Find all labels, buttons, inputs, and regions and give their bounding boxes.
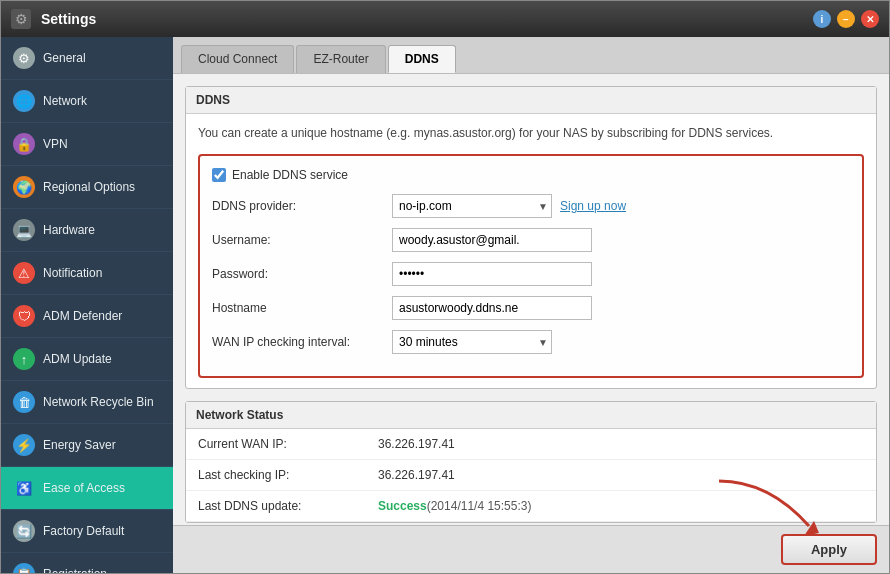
close-button[interactable]: ✕ [861, 10, 879, 28]
sidebar-label-adm-update: ADM Update [43, 352, 112, 366]
provider-select[interactable]: no-ip.com dyndns.org freedns.org [392, 194, 552, 218]
hostname-input[interactable] [392, 296, 592, 320]
sidebar-label-energy: Energy Saver [43, 438, 116, 452]
username-control [392, 228, 592, 252]
arrow-decoration [709, 471, 829, 541]
wan-interval-label: WAN IP checking interval: [212, 335, 392, 349]
notification-icon: ⚠ [13, 262, 35, 284]
sidebar-item-general[interactable]: ⚙ General [1, 37, 173, 80]
password-row: Password: [212, 262, 850, 286]
ddns-section: DDNS You can create a unique hostname (e… [185, 86, 877, 389]
sidebar-label-regional: Regional Options [43, 180, 135, 194]
network-status-title: Network Status [186, 402, 876, 429]
titlebar: ⚙ Settings i − ✕ [1, 1, 889, 37]
sidebar-label-notification: Notification [43, 266, 102, 280]
current-wan-row: Current WAN IP: 36.226.197.41 [186, 429, 876, 460]
last-checking-label: Last checking IP: [198, 468, 378, 482]
sidebar-label-vpn: VPN [43, 137, 68, 151]
last-ddns-label: Last DDNS update: [198, 499, 378, 513]
tabs-bar: Cloud Connect EZ-Router DDNS [173, 37, 889, 74]
ddns-form-box: Enable DDNS service DDNS provider: no-ip… [198, 154, 864, 378]
sidebar-item-vpn[interactable]: 🔒 VPN [1, 123, 173, 166]
current-wan-label: Current WAN IP: [198, 437, 378, 451]
sidebar-label-factory: Factory Default [43, 524, 124, 538]
minimize-button[interactable]: − [837, 10, 855, 28]
factory-icon: 🔄 [13, 520, 35, 542]
enable-ddns-label[interactable]: Enable DDNS service [232, 168, 348, 182]
sidebar-label-registration: Registration [43, 567, 107, 573]
ddns-section-title: DDNS [186, 87, 876, 114]
sidebar-label-network-recycle: Network Recycle Bin [43, 395, 154, 409]
sidebar-item-regional[interactable]: 🌍 Regional Options [1, 166, 173, 209]
sidebar-label-network: Network [43, 94, 87, 108]
sidebar-item-notification[interactable]: ⚠ Notification [1, 252, 173, 295]
sidebar-label-adm-defender: ADM Defender [43, 309, 122, 323]
regional-icon: 🌍 [13, 176, 35, 198]
tab-cloud-connect[interactable]: Cloud Connect [181, 45, 294, 73]
vpn-icon: 🔒 [13, 133, 35, 155]
password-input[interactable] [392, 262, 592, 286]
last-ddns-detail: (2014/11/4 15:55:3) [427, 499, 532, 513]
wan-interval-control: 5 minutes 10 minutes 30 minutes 1 hour ▼ [392, 330, 552, 354]
provider-select-wrap: no-ip.com dyndns.org freedns.org ▼ [392, 194, 552, 218]
sidebar-item-adm-update[interactable]: ↑ ADM Update [1, 338, 173, 381]
hostname-control [392, 296, 592, 320]
sidebar-item-adm-defender[interactable]: 🛡 ADM Defender [1, 295, 173, 338]
registration-icon: 📋 [13, 563, 35, 573]
password-label: Password: [212, 267, 392, 281]
sidebar-item-ease[interactable]: ♿ Ease of Access [1, 467, 173, 510]
sidebar-label-hardware: Hardware [43, 223, 95, 237]
enable-row: Enable DDNS service [212, 168, 850, 182]
provider-control: no-ip.com dyndns.org freedns.org ▼ Sign … [392, 194, 626, 218]
provider-label: DDNS provider: [212, 199, 392, 213]
password-control [392, 262, 592, 286]
ddns-description: You can create a unique hostname (e.g. m… [198, 124, 864, 142]
network-recycle-icon: 🗑 [13, 391, 35, 413]
sidebar: ⚙ General 🌐 Network 🔒 VPN 🌍 Regional Opt… [1, 37, 173, 573]
username-label: Username: [212, 233, 392, 247]
sidebar-label-general: General [43, 51, 86, 65]
content-area: Cloud Connect EZ-Router DDNS DDNS You ca… [173, 37, 889, 573]
adm-update-icon: ↑ [13, 348, 35, 370]
enable-ddns-checkbox[interactable] [212, 168, 226, 182]
app-icon: ⚙ [11, 9, 31, 29]
sidebar-item-hardware[interactable]: 💻 Hardware [1, 209, 173, 252]
settings-window: ⚙ Settings i − ✕ ⚙ General 🌐 Network 🔒 V… [0, 0, 890, 574]
last-ddns-success: Success [378, 499, 427, 513]
wan-interval-row: WAN IP checking interval: 5 minutes 10 m… [212, 330, 850, 354]
hostname-label: Hostname [212, 301, 392, 315]
info-button[interactable]: i [813, 10, 831, 28]
tab-ez-router[interactable]: EZ-Router [296, 45, 385, 73]
last-checking-value: 36.226.197.41 [378, 468, 455, 482]
tab-ddns[interactable]: DDNS [388, 45, 456, 73]
network-icon: 🌐 [13, 90, 35, 112]
provider-row: DDNS provider: no-ip.com dyndns.org free… [212, 194, 850, 218]
energy-icon: ⚡ [13, 434, 35, 456]
window-controls: i − ✕ [813, 10, 879, 28]
hostname-row: Hostname [212, 296, 850, 320]
general-icon: ⚙ [13, 47, 35, 69]
sidebar-item-network[interactable]: 🌐 Network [1, 80, 173, 123]
panel: DDNS You can create a unique hostname (e… [173, 74, 889, 525]
sidebar-item-registration[interactable]: 📋 Registration [1, 553, 173, 573]
username-row: Username: [212, 228, 850, 252]
sidebar-item-energy[interactable]: ⚡ Energy Saver [1, 424, 173, 467]
window-title: Settings [41, 11, 803, 27]
current-wan-value: 36.226.197.41 [378, 437, 455, 451]
hardware-icon: 💻 [13, 219, 35, 241]
signup-link[interactable]: Sign up now [560, 199, 626, 213]
ease-icon: ♿ [13, 477, 35, 499]
username-input[interactable] [392, 228, 592, 252]
sidebar-item-factory[interactable]: 🔄 Factory Default [1, 510, 173, 553]
sidebar-label-ease: Ease of Access [43, 481, 125, 495]
ddns-section-body: You can create a unique hostname (e.g. m… [186, 114, 876, 388]
wan-interval-select-wrap: 5 minutes 10 minutes 30 minutes 1 hour ▼ [392, 330, 552, 354]
adm-defender-icon: 🛡 [13, 305, 35, 327]
footer-bar: Apply [173, 525, 889, 573]
main-content: ⚙ General 🌐 Network 🔒 VPN 🌍 Regional Opt… [1, 37, 889, 573]
wan-interval-select[interactable]: 5 minutes 10 minutes 30 minutes 1 hour [392, 330, 552, 354]
sidebar-item-network-recycle[interactable]: 🗑 Network Recycle Bin [1, 381, 173, 424]
